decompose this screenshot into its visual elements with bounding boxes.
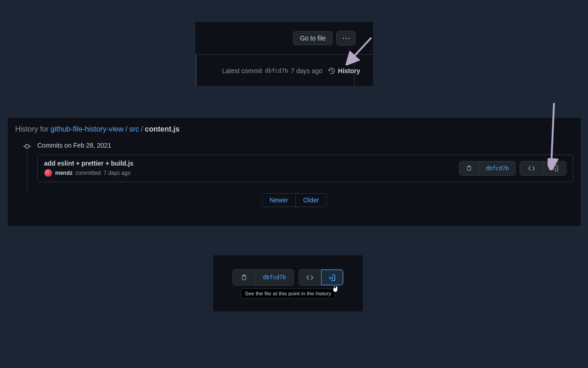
breadcrumb-file: content.js — [145, 125, 180, 133]
history-icon — [328, 67, 335, 75]
browse-repo-button[interactable] — [299, 270, 321, 285]
latest-commit-label: Latest commit — [222, 67, 262, 75]
breadcrumb-repo[interactable]: github-file-history-view — [51, 125, 124, 133]
svg-line-0 — [350, 38, 371, 61]
breadcrumb: History for github-file-history-view / s… — [15, 125, 573, 133]
zoom-panel: dbfcd7b See the file at this point in th… — [213, 255, 363, 311]
pager-newer[interactable]: Newer — [262, 194, 295, 207]
annotation-arrow — [548, 101, 559, 170]
view-file-at-commit-button[interactable] — [321, 270, 343, 285]
commit-time: 7 days ago — [291, 67, 322, 75]
commit-timeline: Commits on Feb 28, 2021 add eslint + pre… — [15, 142, 573, 182]
commit-sha-link[interactable]: dbfcd7b — [255, 270, 294, 285]
code-icon — [306, 274, 314, 282]
svg-point-1 — [25, 144, 29, 148]
commit-dot-icon — [23, 143, 31, 150]
breadcrumb-prefix: History for — [15, 125, 49, 133]
zoom-actions: dbfcd7b — [232, 269, 344, 286]
svg-line-6 — [551, 103, 554, 166]
commit-author[interactable]: mendz — [55, 170, 73, 176]
commit-sha[interactable]: dbfcd7b — [265, 68, 288, 74]
browse-repo-button[interactable] — [520, 161, 543, 175]
clipboard-icon — [466, 165, 472, 172]
breadcrumb-src[interactable]: src — [130, 125, 139, 133]
pager-older[interactable]: Older — [295, 194, 326, 207]
copy-sha-button[interactable] — [459, 161, 479, 175]
commit-row-time: 7 days ago — [103, 170, 130, 176]
history-link[interactable]: History — [328, 67, 360, 75]
annotation-arrow — [345, 35, 374, 65]
avatar[interactable] — [44, 169, 52, 177]
commit-row: add eslint + prettier + build.js mendz c… — [37, 155, 573, 182]
commits-date: Commits on Feb 28, 2021 — [37, 142, 573, 149]
tooltip: See the file at this point in the histor… — [241, 288, 335, 299]
commit-committed-label: committed — [75, 170, 101, 176]
pager: Newer Older — [15, 193, 573, 207]
go-to-file-button[interactable]: Go to file — [293, 31, 333, 45]
copy-sha-button[interactable] — [233, 270, 255, 285]
commit-meta: mendz committed 7 days ago — [44, 169, 134, 177]
clipboard-icon — [241, 274, 248, 281]
commit-message[interactable]: add eslint + prettier + build.js — [44, 160, 134, 167]
file-code-icon — [328, 274, 336, 282]
history-panel: History for github-file-history-view / s… — [7, 117, 581, 226]
commit-sha-link[interactable]: dbfcd7b — [479, 161, 515, 175]
history-label: History — [338, 67, 360, 75]
code-icon — [528, 165, 535, 172]
